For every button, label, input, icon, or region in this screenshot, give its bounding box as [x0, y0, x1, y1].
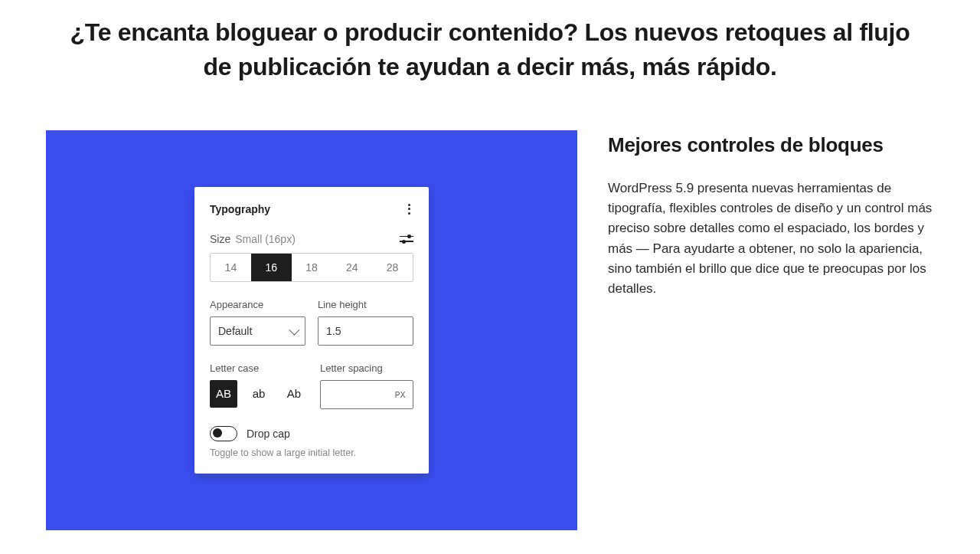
drop-cap-help: Toggle to show a large initial letter.	[210, 447, 413, 458]
appearance-select[interactable]: Default	[210, 316, 305, 346]
description-title: Mejores controles de bloques	[608, 133, 934, 157]
panel-title: Typography	[210, 203, 270, 215]
size-segmented-control: 14 16 18 24 28	[210, 253, 413, 282]
size-option-16[interactable]: 16	[251, 254, 292, 281]
line-height-label: Line height	[318, 299, 413, 310]
letter-case-upper[interactable]: AB	[210, 380, 237, 408]
letter-case-label: Letter case	[210, 362, 308, 374]
letter-spacing-unit: PX	[395, 390, 406, 398]
line-height-input[interactable]	[318, 316, 413, 346]
letter-spacing-label: Letter spacing	[320, 362, 413, 374]
size-option-24[interactable]: 24	[332, 254, 372, 281]
size-option-18[interactable]: 18	[292, 254, 332, 281]
size-option-14[interactable]: 14	[211, 254, 251, 281]
letter-case-lower[interactable]: ab	[245, 380, 273, 408]
sliders-icon[interactable]	[400, 234, 413, 244]
description-body: WordPress 5.9 presenta nuevas herramient…	[608, 179, 934, 300]
page-headline: ¿Te encanta bloguear o producir contenid…	[69, 15, 911, 84]
appearance-value: Default	[218, 325, 252, 337]
size-option-28[interactable]: 28	[372, 254, 413, 281]
chevron-down-icon	[289, 324, 299, 335]
size-current: Small (16px)	[235, 233, 296, 245]
size-label: Size	[210, 233, 230, 245]
typography-panel: Typography Size Small (16px) 14 16 18	[194, 187, 429, 474]
appearance-label: Appearance	[210, 299, 305, 310]
illustration-panel: Typography Size Small (16px) 14 16 18	[46, 130, 577, 530]
more-options-icon[interactable]	[405, 201, 413, 218]
drop-cap-toggle[interactable]	[210, 426, 237, 441]
feature-description: Mejores controles de bloques WordPress 5…	[608, 130, 934, 300]
letter-case-title[interactable]: Ab	[280, 380, 308, 408]
drop-cap-label: Drop cap	[247, 428, 290, 440]
